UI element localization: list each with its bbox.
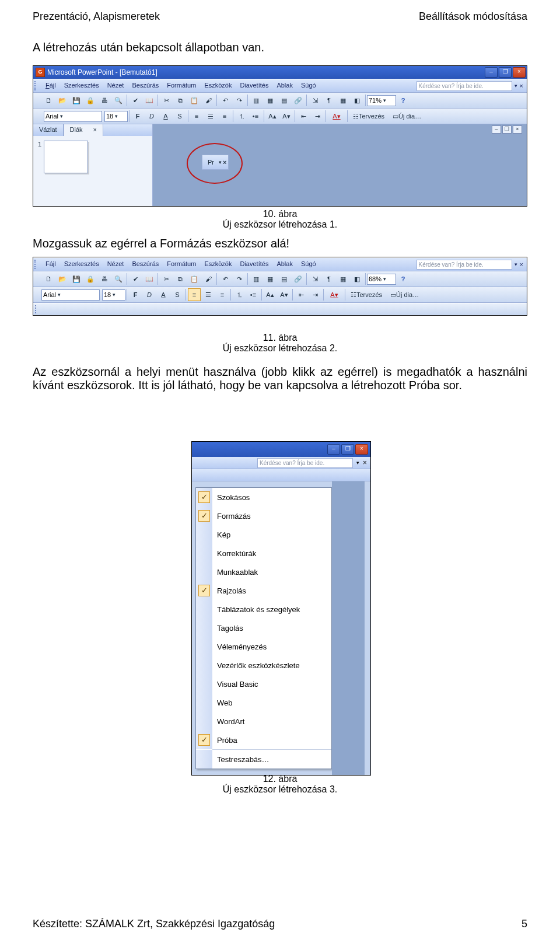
align-right-icon[interactable]: ≡ (218, 110, 231, 123)
ask-question-field[interactable]: Kérdése van? Írja be ide. (257, 458, 353, 468)
decrease-indent-icon[interactable]: ⇤ (295, 288, 307, 301)
increase-indent-icon[interactable]: ⇥ (309, 288, 321, 301)
show-formatting-icon[interactable]: ¶ (323, 273, 335, 285)
new-icon[interactable]: 🗋 (42, 94, 55, 107)
menu-format[interactable]: Formátum (163, 79, 200, 92)
menu-view[interactable]: Nézet (103, 258, 128, 271)
preview-icon[interactable]: 🔍 (112, 273, 125, 285)
tables-borders-icon[interactable]: ▤ (278, 94, 290, 107)
font-combo[interactable]: Arial▾ (44, 111, 102, 122)
hyperlink-icon[interactable]: 🔗 (292, 273, 304, 285)
context-menu-item[interactable]: Munkaablak (196, 563, 331, 581)
minimize-button[interactable]: – (485, 67, 498, 78)
italic-button[interactable]: D (143, 288, 156, 301)
minimize-button[interactable]: – (327, 444, 340, 455)
close-doc-icon[interactable]: × (363, 459, 367, 467)
close-doc-icon[interactable]: × (520, 82, 523, 89)
dropdown-caret-icon[interactable]: ▾ (356, 460, 359, 466)
close-doc-icon[interactable]: × (520, 261, 523, 268)
save-icon[interactable]: 💾 (70, 94, 83, 107)
bullets-icon[interactable]: •≡ (249, 110, 262, 123)
shadow-button[interactable]: S (171, 288, 184, 301)
bold-button[interactable]: F (131, 110, 144, 123)
grid-icon[interactable]: ▦ (337, 273, 349, 285)
maximize-button[interactable]: ❐ (499, 67, 512, 78)
menu-edit[interactable]: Szerkesztés (60, 79, 103, 92)
menu-file[interactable]: Fájl (41, 79, 60, 92)
underline-button[interactable]: A (159, 110, 172, 123)
tables-borders-icon[interactable]: ▤ (278, 273, 290, 285)
menu-help[interactable]: Súgó (297, 258, 320, 271)
format-painter-icon[interactable]: 🖌 (202, 94, 215, 107)
numbering-icon[interactable]: ⒈ (233, 288, 246, 301)
open-icon[interactable]: 📂 (56, 94, 69, 107)
context-menu-item[interactable]: Korrektúrák (196, 544, 331, 563)
new-slide-button[interactable]: ▭ Új dia… (389, 110, 425, 123)
paste-icon[interactable]: 📋 (188, 273, 201, 285)
toolbar-handle[interactable] (34, 260, 39, 269)
menu-format[interactable]: Formátum (163, 258, 200, 271)
menu-edit[interactable]: Szerkesztés (60, 258, 103, 271)
format-painter-icon[interactable]: 🖌 (202, 273, 215, 285)
decrease-font-icon[interactable]: A▾ (278, 288, 290, 301)
undo-icon[interactable]: ↶ (219, 94, 232, 107)
new-slide-button[interactable]: ▭ Új dia… (387, 288, 422, 301)
context-menu-item[interactable]: Táblázatok és szegélyek (196, 600, 331, 619)
expand-icon[interactable]: ⇲ (309, 273, 321, 285)
spell-icon[interactable]: ✔ (129, 273, 142, 285)
context-menu-item[interactable]: Kép (196, 525, 331, 544)
tab-slides[interactable]: Diák× (64, 124, 103, 136)
context-menu-item[interactable]: ✓Rajzolás (196, 581, 331, 600)
context-menu-item[interactable]: ✓Próba (196, 731, 331, 749)
align-right-icon[interactable]: ≡ (216, 288, 229, 301)
toolbar-handle[interactable] (34, 81, 39, 90)
open-icon[interactable]: 📂 (56, 273, 69, 285)
increase-font-icon[interactable]: A▴ (266, 110, 279, 123)
research-icon[interactable]: 📖 (143, 94, 156, 107)
save-icon[interactable]: 💾 (70, 273, 83, 285)
chart-icon[interactable]: ▥ (250, 94, 262, 107)
align-center-icon[interactable]: ☰ (204, 110, 217, 123)
cut-icon[interactable]: ✂ (160, 273, 173, 285)
expand-icon[interactable]: ⇲ (309, 94, 321, 107)
menu-insert[interactable]: Beszúrás (128, 79, 163, 92)
menu-window[interactable]: Ablak (272, 258, 297, 271)
design-button[interactable]: ☷ Tervezés (349, 110, 388, 123)
tab-outline[interactable]: Vázlat (33, 124, 64, 136)
doc-minimize-icon[interactable]: – (492, 125, 501, 134)
help-icon[interactable]: ? (397, 273, 410, 285)
redo-icon[interactable]: ↷ (233, 273, 246, 285)
show-formatting-icon[interactable]: ¶ (323, 94, 335, 107)
toolbar-handle[interactable] (35, 305, 41, 313)
preview-icon[interactable]: 🔍 (112, 94, 125, 107)
decrease-font-icon[interactable]: A▾ (280, 110, 293, 123)
zoom-combo[interactable]: 71%▾ (367, 95, 396, 106)
design-button[interactable]: ☷ Tervezés (347, 288, 386, 301)
redo-icon[interactable]: ↷ (233, 94, 246, 107)
help-icon[interactable]: ? (397, 94, 410, 107)
close-button[interactable]: × (355, 444, 368, 455)
print-icon[interactable]: 🖶 (98, 94, 111, 107)
font-size-combo[interactable]: 18▾ (104, 111, 128, 122)
maximize-button[interactable]: ❐ (341, 444, 354, 455)
font-combo[interactable]: Arial▾ (41, 289, 100, 301)
font-size-combo[interactable]: 18▾ (102, 289, 125, 301)
align-center-icon[interactable]: ☰ (202, 288, 215, 301)
italic-button[interactable]: D (145, 110, 158, 123)
decrease-indent-icon[interactable]: ⇤ (297, 110, 310, 123)
context-menu-item[interactable]: Web (196, 693, 331, 712)
grid-icon[interactable]: ▦ (337, 94, 349, 107)
table-icon[interactable]: ▦ (264, 94, 276, 107)
menu-view[interactable]: Nézet (103, 79, 128, 92)
menu-tools[interactable]: Eszközök (200, 79, 236, 92)
menu-insert[interactable]: Beszúrás (128, 258, 163, 271)
bold-button[interactable]: F (129, 288, 142, 301)
new-icon[interactable]: 🗋 (42, 273, 55, 285)
hyperlink-icon[interactable]: 🔗 (292, 94, 304, 107)
doc-close-icon[interactable]: × (513, 125, 522, 134)
increase-font-icon[interactable]: A▴ (264, 288, 276, 301)
permission-icon[interactable]: 🔒 (84, 273, 97, 285)
ask-question-field[interactable]: Kérdése van? Írja be ide. (416, 260, 512, 270)
underline-button[interactable]: A (157, 288, 170, 301)
align-left-icon[interactable]: ≡ (190, 110, 203, 123)
